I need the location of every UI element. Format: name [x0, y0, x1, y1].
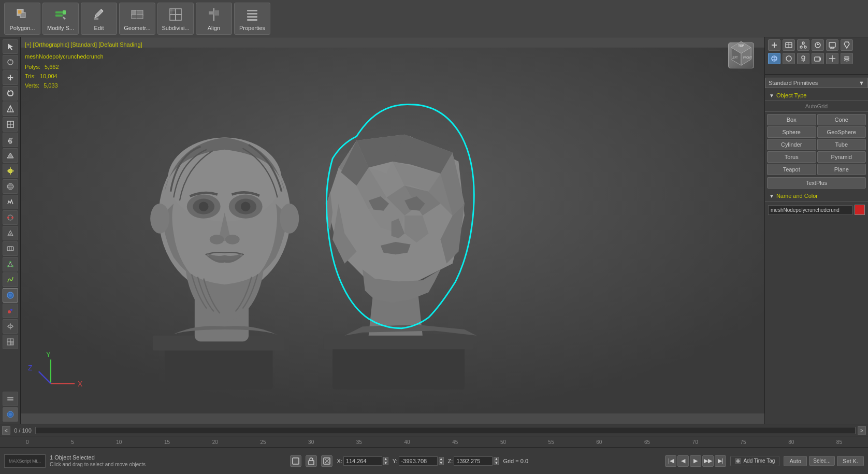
xyz-icon[interactable] — [321, 455, 332, 467]
sphere-btn[interactable]: Sphere — [767, 126, 816, 138]
ruler-mark-15: 15 — [164, 439, 170, 445]
polygon-tool-button[interactable]: Polygon... — [4, 3, 40, 35]
svg-rect-89 — [324, 334, 474, 349]
create-icon-btn[interactable] — [768, 39, 780, 51]
name-color-header[interactable]: ▼ Name and Color — [765, 191, 868, 202]
add-time-tag-button[interactable]: Add Time Tag — [730, 456, 779, 466]
svg-rect-63 — [7, 399, 13, 400]
properties-tool-icon — [244, 6, 261, 23]
edit-tool-button[interactable]: Edit — [81, 3, 117, 35]
svg-rect-147 — [815, 57, 820, 61]
x-coord-group: X: ▲ ▼ — [337, 456, 388, 466]
nav-cube[interactable]: TOP LEFT FRONT — [728, 42, 759, 74]
modify-s-tool-button[interactable]: Modify S... — [42, 3, 79, 35]
svg-point-86 — [150, 204, 169, 234]
x-coord-input[interactable] — [343, 456, 382, 466]
align-tool-button[interactable]: Align — [196, 3, 232, 35]
tube-btn[interactable]: Tube — [817, 139, 866, 150]
svg-rect-13 — [172, 9, 175, 11]
primitives-dropdown[interactable]: Standard Primitives ▼ — [765, 78, 868, 88]
svg-line-132 — [803, 44, 805, 46]
motion-icon-btn[interactable] — [812, 39, 824, 51]
autogrid-label: AutoGrid — [765, 101, 868, 112]
sidebar-tool11-icon[interactable] — [3, 210, 18, 225]
svg-text:TOP: TOP — [738, 44, 744, 47]
timeline-next-button[interactable]: > — [858, 426, 866, 435]
selection-type-icon[interactable] — [290, 455, 301, 467]
next-frame-button[interactable]: ▶▶ — [702, 455, 714, 467]
timeline-prev-button[interactable]: < — [2, 426, 10, 435]
geometry-tool-icon — [129, 6, 146, 23]
z-coord-up[interactable]: ▲ — [494, 457, 499, 461]
sidebar-move-icon[interactable] — [3, 70, 18, 85]
svg-point-43 — [11, 217, 13, 219]
sidebar-select-icon[interactable] — [3, 39, 18, 54]
sidebar-bottom-active[interactable] — [3, 407, 18, 422]
geometry-tool-button[interactable]: Geometr... — [119, 3, 155, 35]
properties-tool-button[interactable]: Properties — [234, 3, 270, 35]
spacewarp-panel-icon-btn[interactable] — [841, 53, 853, 64]
pyramid-btn[interactable]: Pyramid — [817, 151, 866, 163]
torus-btn[interactable]: Torus — [767, 151, 816, 163]
cylinder-btn[interactable]: Cylinder — [767, 139, 816, 150]
object-type-header[interactable]: ▼ Object Type — [765, 90, 868, 101]
sidebar-move-rotate-icon[interactable] — [3, 55, 18, 69]
object-name-input[interactable] — [768, 205, 852, 215]
prev-frame-button[interactable]: ◀ — [677, 455, 689, 467]
color-swatch[interactable] — [855, 205, 865, 215]
sidebar-tool7-icon[interactable] — [3, 148, 18, 163]
helpers-panel-icon-btn[interactable] — [826, 53, 838, 64]
sidebar-tool15-icon[interactable] — [3, 272, 18, 287]
sidebar-sphere-icon[interactable] — [3, 179, 18, 194]
sidebar-tool17-icon[interactable] — [3, 304, 18, 318]
lock-icon[interactable] — [306, 455, 317, 467]
sidebar-tool13-icon[interactable] — [3, 241, 18, 256]
z-coord-group: Z: ▲ ▼ — [448, 456, 499, 466]
sidebar-tool12-icon[interactable] — [3, 226, 18, 240]
sidebar-tool14-icon[interactable] — [3, 257, 18, 271]
geometry-panel-icon-btn[interactable] — [768, 53, 780, 64]
box-btn[interactable]: Box — [767, 114, 816, 125]
modify-icon-btn[interactable] — [783, 39, 795, 51]
x-coord-down[interactable]: ▼ — [383, 461, 388, 465]
z-coord-input[interactable] — [454, 456, 493, 466]
y-coord-down[interactable]: ▼ — [439, 461, 444, 465]
utilities-icon-btn[interactable] — [841, 39, 853, 51]
go-end-button[interactable]: ▶| — [715, 455, 726, 467]
geosphere-btn[interactable]: GeoSphere — [817, 126, 866, 138]
select-button[interactable]: Selec... — [809, 456, 835, 466]
auto-button[interactable]: Auto — [784, 456, 807, 466]
teapot-btn[interactable]: Teapot — [767, 164, 816, 175]
sidebar-tool16-icon[interactable] — [3, 288, 18, 303]
sidebar-scale-icon[interactable] — [3, 102, 18, 116]
y-coord-up[interactable]: ▲ — [439, 457, 444, 461]
sidebar-tool18-icon[interactable] — [3, 319, 18, 334]
subdivisi-tool-button[interactable]: Subdivisi... — [157, 3, 194, 35]
cameras-panel-icon-btn[interactable] — [812, 53, 824, 64]
lights-panel-icon-btn[interactable] — [797, 53, 809, 64]
hierarchy-icon-btn[interactable] — [797, 39, 809, 51]
sidebar-sun-icon[interactable] — [3, 164, 18, 178]
plane-btn[interactable]: Plane — [817, 164, 866, 175]
svg-point-42 — [7, 217, 9, 219]
sidebar-tool10-icon[interactable] — [3, 195, 18, 209]
sidebar-tool6-icon[interactable] — [3, 133, 18, 147]
maxscript-mini[interactable]: MAXScript Mi... — [4, 454, 46, 468]
sidebar-layer-icon[interactable] — [3, 392, 18, 406]
go-start-button[interactable]: |◀ — [665, 455, 676, 467]
textplus-btn[interactable]: TextPlus — [767, 177, 866, 189]
sidebar-rotate-icon[interactable] — [3, 86, 18, 100]
sidebar-tool19-icon[interactable] — [3, 335, 18, 349]
x-coord-up[interactable]: ▲ — [383, 457, 388, 461]
timeline-bar[interactable] — [35, 427, 856, 434]
cone-btn[interactable]: Cone — [817, 114, 866, 125]
svg-line-51 — [10, 262, 12, 266]
set-k-button[interactable]: Set K. — [837, 456, 864, 466]
z-coord-down[interactable]: ▼ — [494, 461, 499, 465]
sidebar-tool5-icon[interactable] — [3, 117, 18, 132]
viewport[interactable]: [+] [Orthographic] [Standard] [Default S… — [21, 37, 764, 424]
play-button[interactable]: ▶ — [690, 455, 701, 467]
y-coord-input[interactable] — [399, 456, 438, 466]
shapes-panel-icon-btn[interactable] — [783, 53, 795, 64]
display-icon-btn[interactable] — [826, 39, 838, 51]
